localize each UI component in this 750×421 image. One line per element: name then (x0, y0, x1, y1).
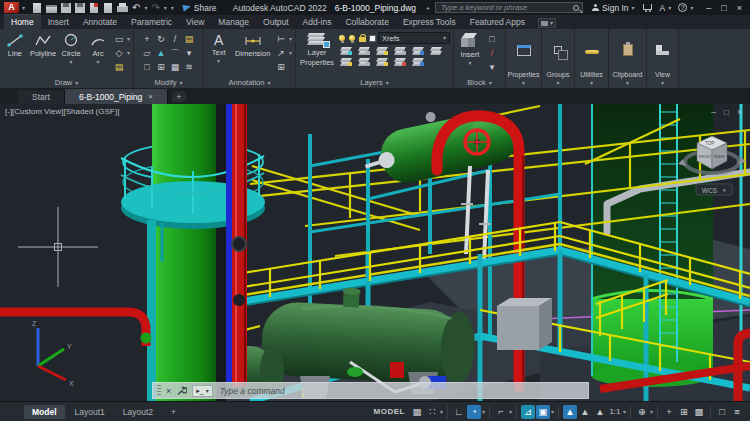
mirror-icon[interactable]: □ (141, 61, 153, 73)
annotation-scale-value[interactable]: 1:1 (608, 405, 622, 419)
array-icon[interactable]: ▦ (169, 61, 181, 73)
workspace-gear-icon[interactable]: ⊕ (635, 405, 649, 419)
utilities-expand-icon[interactable]: ▾ (590, 80, 593, 86)
leader-dropdown-icon[interactable]: ▾ (289, 50, 292, 56)
ortho-toggle[interactable]: ∟ (452, 405, 466, 419)
rectangle-icon[interactable]: ▭ (113, 33, 125, 45)
polyline-button[interactable]: Polyline (30, 31, 56, 58)
undo-icon[interactable]: ↶ (132, 3, 140, 13)
plot-icon[interactable] (90, 3, 98, 13)
create-block-icon[interactable]: □ (486, 33, 498, 45)
annotation-monitor-toggle[interactable]: + (662, 405, 676, 419)
leader-icon[interactable]: ↗ (275, 47, 287, 59)
layout2-tab[interactable]: Layout2 (115, 405, 161, 419)
panel-view[interactable]: View ▾ (647, 29, 679, 88)
save-icon[interactable] (61, 3, 71, 13)
redo-icon[interactable]: ↷ (151, 3, 159, 13)
ribbon-tab-addins[interactable]: Add-ins (296, 15, 339, 29)
redo-dropdown-icon[interactable]: ▾ (164, 5, 167, 11)
layer-match-icon[interactable] (340, 46, 352, 55)
move-icon[interactable]: + (141, 33, 153, 45)
sign-in-button[interactable]: Sign In (602, 3, 628, 13)
app-store-cart-icon[interactable] (643, 4, 652, 10)
stretch-icon[interactable]: ≋ (183, 61, 195, 73)
copy-icon[interactable]: ▱ (141, 47, 153, 59)
maximize-button[interactable]: □ (721, 3, 726, 13)
scale-dropdown-icon[interactable]: ▾ (623, 409, 626, 415)
rotate-icon[interactable]: ↻ (155, 33, 167, 45)
autocad-logo-icon[interactable]: A (4, 2, 19, 13)
close-button[interactable]: × (737, 3, 742, 13)
help-search-box[interactable] (435, 2, 583, 13)
dimension-button[interactable]: Dimension (233, 31, 272, 58)
drawing-viewport[interactable]: Z Y X TOP FRONT RIGHT WCS ▾ [-][Custom V… (0, 104, 750, 401)
isolate-objects-button[interactable]: ⊞ (677, 405, 691, 419)
share-button[interactable]: Share (183, 3, 217, 13)
snap-toggle[interactable]: ∷ (425, 405, 439, 419)
command-input[interactable] (218, 385, 584, 397)
layer-merge-icon[interactable] (412, 57, 424, 66)
autodesk-a-icon[interactable]: A (660, 3, 666, 13)
model-tab[interactable]: Model (24, 405, 65, 419)
annotation-panel-title[interactable]: Annotation▾ (204, 77, 295, 88)
isodraft-toggle[interactable]: ⊿ (521, 405, 535, 419)
layout1-tab[interactable]: Layout1 (67, 405, 113, 419)
user-icon[interactable] (592, 4, 599, 11)
ribbon-options-button[interactable]: ▾ (538, 18, 556, 28)
circle-dropdown-icon[interactable]: ▾ (70, 59, 73, 65)
panel-groups[interactable]: Groups ▾ (542, 29, 575, 88)
drawing-minimize-button[interactable]: – (711, 107, 716, 117)
qat-customize-icon[interactable]: ▾ (171, 5, 174, 11)
recent-commands-icon[interactable]: ▾ (206, 388, 209, 394)
ribbon-tab-parametric[interactable]: Parametric (124, 15, 179, 29)
print-icon[interactable] (117, 6, 128, 12)
layer-freeze2-icon[interactable] (412, 46, 424, 55)
array-dropdown-icon[interactable]: ▾ (183, 47, 195, 59)
new-drawing-tab-button[interactable]: + (172, 91, 186, 102)
polar-tracking-toggle[interactable]: ◔ (467, 405, 481, 419)
drawing-close-button[interactable]: × (737, 107, 742, 117)
draw-panel-title[interactable]: Draw▾ (0, 77, 133, 88)
view-expand-icon[interactable]: ▾ (661, 80, 664, 86)
drawing-canvas[interactable]: Z Y X TOP FRONT RIGHT WCS ▾ (0, 104, 750, 401)
ribbon-tab-insert[interactable]: Insert (41, 15, 76, 29)
help-icon[interactable]: ? (678, 3, 687, 12)
a-dropdown-icon[interactable]: ▾ (668, 5, 671, 11)
line-button[interactable]: Line (3, 31, 27, 58)
ribbon-tab-featured-apps[interactable]: Featured Apps (463, 15, 532, 29)
new-layout-button[interactable]: + (163, 405, 184, 419)
panel-properties[interactable]: Properties ▾ (506, 29, 542, 88)
drawing-restore-button[interactable]: □ (724, 107, 729, 117)
block-panel-title[interactable]: Block▾ (454, 77, 505, 88)
erase-icon[interactable]: ▤ (183, 33, 195, 45)
edit-block-icon[interactable]: / (486, 47, 498, 59)
groups-expand-icon[interactable]: ▾ (556, 80, 559, 86)
ribbon-tab-view[interactable]: View (179, 15, 211, 29)
annotation-scale-icon[interactable]: ▲ (593, 405, 607, 419)
osnap-toggle[interactable]: ▣ (536, 405, 550, 419)
text-button[interactable]: A Text ▾ (207, 31, 230, 64)
workspace-dropdown-icon[interactable]: ▾ (650, 409, 653, 415)
viewport-controls-label[interactable]: [-][Custom View][Shaded (GSF)] (5, 107, 120, 116)
panel-utilities[interactable]: Utilities ▾ (575, 29, 609, 88)
model-space-badge[interactable]: MODEL (374, 407, 405, 416)
annotation-autoscale-toggle[interactable]: ▲ (578, 405, 592, 419)
layer-properties-button[interactable]: Layer Properties (299, 31, 335, 67)
layer-make-current-icon[interactable] (340, 57, 352, 66)
layer-dropdown-icon[interactable]: ▾ (443, 35, 446, 41)
ribbon-tab-home[interactable]: Home (4, 14, 41, 29)
layer-vpfreeze-icon[interactable] (394, 57, 406, 66)
layer-walk-icon[interactable] (376, 57, 388, 66)
dim-dropdown-icon[interactable]: ▾ (289, 36, 292, 42)
rect-dropdown-icon[interactable]: ▾ (127, 36, 130, 42)
clipboard-expand-icon[interactable]: ▾ (626, 80, 629, 86)
modify-panel-title[interactable]: Modify▾ (134, 77, 203, 88)
grid-toggle[interactable]: ▦ (410, 405, 424, 419)
ribbon-tab-output[interactable]: Output (256, 15, 296, 29)
undo-dropdown-icon[interactable]: ▾ (144, 5, 147, 11)
layer-select-dropdown[interactable]: Xrefs ▾ (378, 32, 450, 44)
command-line-bar[interactable]: × ▸_ ▾ (152, 382, 589, 399)
polar-dropdown-icon[interactable]: ▾ (482, 409, 485, 415)
signin-dropdown-icon[interactable]: ▾ (632, 5, 635, 11)
open-file-icon[interactable] (46, 5, 57, 13)
